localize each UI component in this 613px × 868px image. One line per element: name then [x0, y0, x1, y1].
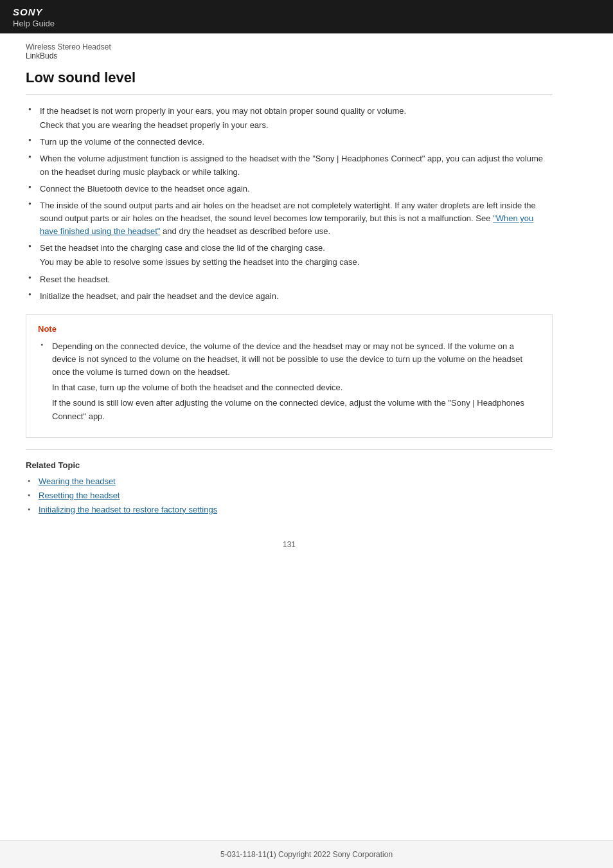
initializing-headset-link[interactable]: Initializing the headset to restore fact…	[39, 505, 217, 514]
main-bullet-list: If the headset is not worn properly in y…	[26, 105, 553, 303]
breadcrumb-product: Wireless Stereo Headset	[26, 42, 587, 51]
resetting-headset-link[interactable]: Resetting the headset	[39, 491, 120, 500]
note-list: Depending on the connected device, the v…	[38, 340, 540, 423]
list-item: Reset the headset.	[26, 273, 553, 286]
bullet-main-text: Set the headset into the charging case a…	[40, 243, 325, 253]
note-extra-text-2: If the sound is still low even after adj…	[52, 397, 540, 422]
note-list-item: Depending on the connected device, the v…	[38, 340, 540, 423]
page-title: Low sound level	[26, 69, 553, 95]
bullet-sub-text: You may be able to resolve some issues b…	[40, 256, 553, 269]
main-content: Low sound level If the headset is not wo…	[0, 63, 578, 575]
related-topic-title: Related Topic	[26, 460, 553, 470]
bullet-main-text: When the volume adjustment function is a…	[40, 154, 543, 176]
list-item: Initialize the headset, and pair the hea…	[26, 290, 553, 303]
footer: 5-031-118-11(1) Copyright 2022 Sony Corp…	[0, 840, 613, 868]
bullet-sub-text: Check that you are wearing the headset p…	[40, 119, 553, 132]
bullet-main-text: The inside of the sound output parts and…	[40, 201, 536, 236]
related-topic-item: Initializing the headset to restore fact…	[26, 505, 553, 514]
note-main-text: Depending on the connected device, the v…	[52, 341, 522, 377]
copyright-text: 5-031-118-11(1) Copyright 2022 Sony Corp…	[220, 850, 393, 859]
wearing-headset-link[interactable]: Wearing the headset	[39, 476, 116, 486]
note-extra-text-1: In that case, turn up the volume of both…	[52, 381, 540, 394]
list-item: Turn up the volume of the connected devi…	[26, 136, 553, 149]
list-item: The inside of the sound output parts and…	[26, 199, 553, 238]
bullet-main-text: Connect the Bluetooth device to the head…	[40, 184, 250, 194]
bullet-main-text: If the headset is not worn properly in y…	[40, 106, 406, 116]
list-item: When the volume adjustment function is a…	[26, 152, 553, 178]
page-number: 131	[26, 540, 553, 549]
note-title: Note	[38, 324, 540, 334]
related-topic-section: Related Topic Wearing the headset Resett…	[26, 449, 553, 514]
when-finished-link[interactable]: "When you have finished using the headse…	[40, 213, 533, 236]
header-subtitle: Help Guide	[13, 19, 600, 28]
breadcrumb: Wireless Stereo Headset LinkBuds	[0, 33, 613, 63]
bullet-main-text: Turn up the volume of the connected devi…	[40, 137, 204, 147]
bullet-main-text: Reset the headset.	[40, 275, 110, 284]
brand-logo: SONY	[13, 6, 600, 17]
list-item: Set the headset into the charging case a…	[26, 242, 553, 269]
related-topic-item: Wearing the headset	[26, 476, 553, 486]
breadcrumb-model: LinkBuds	[26, 51, 587, 60]
note-section: Note Depending on the connected device, …	[26, 314, 553, 438]
bullet-main-text: Initialize the headset, and pair the hea…	[40, 291, 279, 301]
header: SONY Help Guide	[0, 0, 613, 33]
related-topic-list: Wearing the headset Resetting the headse…	[26, 476, 553, 514]
related-topic-item: Resetting the headset	[26, 491, 553, 500]
list-item: If the headset is not worn properly in y…	[26, 105, 553, 132]
list-item: Connect the Bluetooth device to the head…	[26, 183, 553, 195]
